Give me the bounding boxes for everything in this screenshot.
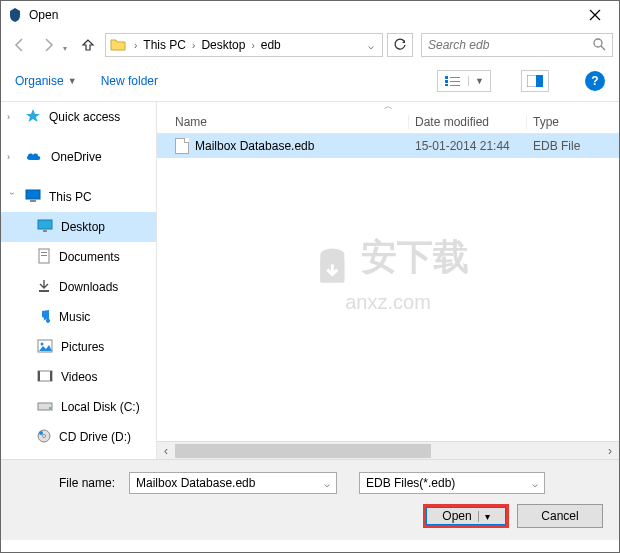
search-box[interactable]: [421, 33, 613, 57]
monitor-icon: [25, 189, 41, 206]
document-icon: [37, 248, 51, 267]
help-button[interactable]: ?: [585, 71, 605, 91]
filter-value: EDB Files(*.edb): [366, 476, 455, 490]
organise-button[interactable]: Organise ▼: [15, 74, 77, 88]
toolbar: Organise ▼ New folder ▼ ?: [1, 61, 619, 101]
sidebar-item-newvolume[interactable]: New Volume: [1, 452, 156, 459]
horizontal-scrollbar[interactable]: ‹ ›: [157, 441, 619, 459]
app-icon: [7, 7, 23, 23]
svg-rect-12: [43, 230, 47, 232]
window-title: Open: [29, 8, 575, 22]
open-split-icon[interactable]: ▾: [478, 511, 490, 522]
breadcrumb-edb[interactable]: edb: [259, 38, 283, 52]
sidebar-item-cddrive[interactable]: CD Drive (D:): [1, 422, 156, 452]
close-button[interactable]: [575, 1, 615, 29]
file-icon: [175, 138, 189, 154]
titlebar: Open: [1, 1, 619, 29]
up-button[interactable]: [75, 33, 101, 57]
svg-rect-15: [41, 255, 47, 256]
sidebar-item-onedrive[interactable]: › OneDrive: [1, 142, 156, 172]
sidebar-item-label: Videos: [61, 370, 97, 384]
sidebar-item-downloads[interactable]: Downloads: [1, 272, 156, 302]
column-headers[interactable]: Name Date modified Type: [157, 110, 619, 134]
filename-combo[interactable]: Mailbox Database.edb ⌵: [129, 472, 337, 494]
address-bar[interactable]: › This PC › Desktop › edb ⌵: [105, 33, 383, 57]
svg-rect-9: [26, 190, 40, 199]
download-icon: [37, 278, 51, 297]
scroll-right-icon[interactable]: ›: [601, 444, 619, 458]
back-button[interactable]: [7, 33, 33, 57]
col-date[interactable]: Date modified: [409, 115, 527, 129]
svg-rect-19: [38, 371, 52, 381]
search-icon: [592, 37, 606, 54]
chevron-down-icon[interactable]: ⌵: [324, 478, 330, 489]
expand-icon[interactable]: ›: [7, 152, 17, 162]
chevron-right-icon: ›: [251, 40, 254, 51]
sidebar-item-localdisk[interactable]: Local Disk (C:): [1, 392, 156, 422]
breadcrumb-thispc[interactable]: This PC: [141, 38, 188, 52]
sidebar-item-label: Downloads: [59, 280, 118, 294]
expand-icon[interactable]: ›: [7, 112, 17, 122]
svg-rect-10: [30, 200, 36, 202]
file-area: ︿ Name Date modified Type Mailbox Databa…: [156, 102, 619, 459]
sidebar-item-pictures[interactable]: Pictures: [1, 332, 156, 362]
sidebar-item-label: Local Disk (C:): [61, 400, 140, 414]
svg-rect-16: [39, 290, 49, 292]
chevron-down-icon[interactable]: ⌵: [532, 478, 538, 489]
col-name[interactable]: Name: [157, 115, 409, 129]
sidebar-item-label: Documents: [59, 250, 120, 264]
view-mode-button[interactable]: ▼: [437, 70, 491, 92]
file-row[interactable]: Mailbox Database.edb 15-01-2014 21:44 ED…: [157, 134, 619, 158]
search-input[interactable]: [428, 38, 592, 52]
filename-value: Mailbox Database.edb: [136, 476, 255, 490]
svg-rect-6: [450, 85, 460, 86]
new-folder-button[interactable]: New folder: [101, 74, 158, 88]
address-dropdown[interactable]: ⌵: [362, 40, 380, 51]
sidebar-item-music[interactable]: Music: [1, 302, 156, 332]
sidebar-item-thispc[interactable]: › This PC: [1, 182, 156, 212]
svg-point-25: [43, 434, 46, 437]
sidebar-item-quickaccess[interactable]: › Quick access: [1, 102, 156, 132]
svg-point-18: [41, 342, 44, 345]
sidebar: › Quick access › OneDrive › This PC Desk…: [1, 102, 156, 459]
sidebar-item-documents[interactable]: Documents: [1, 242, 156, 272]
sidebar-item-label: OneDrive: [51, 150, 102, 164]
col-type[interactable]: Type: [527, 115, 619, 129]
desktop-icon: [37, 219, 53, 236]
svg-point-0: [594, 39, 602, 47]
cloud-icon: [25, 150, 43, 165]
view-icon: [438, 75, 468, 87]
filetype-combo[interactable]: EDB Files(*.edb) ⌵: [359, 472, 545, 494]
svg-rect-11: [38, 220, 52, 229]
sidebar-item-label: This PC: [49, 190, 92, 204]
preview-pane-button[interactable]: [521, 70, 549, 92]
svg-rect-1: [445, 76, 448, 79]
collapse-handle[interactable]: ︿: [157, 102, 619, 110]
cancel-button[interactable]: Cancel: [517, 504, 603, 528]
svg-rect-8: [536, 75, 543, 87]
chevron-right-icon: ›: [192, 40, 195, 51]
videos-icon: [37, 370, 53, 385]
refresh-button[interactable]: [387, 33, 413, 57]
sidebar-item-desktop[interactable]: Desktop: [1, 212, 156, 242]
scroll-thumb[interactable]: [175, 444, 431, 458]
collapse-icon[interactable]: ›: [7, 192, 17, 202]
sidebar-item-label: Music: [59, 310, 90, 324]
open-button[interactable]: Open▾: [423, 504, 509, 528]
svg-rect-21: [50, 371, 52, 381]
pictures-icon: [37, 339, 53, 356]
nav-row: ▾ › This PC › Desktop › edb ⌵: [1, 29, 619, 61]
scroll-left-icon[interactable]: ‹: [157, 444, 175, 458]
file-type: EDB File: [527, 139, 619, 153]
history-dropdown[interactable]: ▾: [63, 38, 73, 53]
forward-button[interactable]: [35, 33, 61, 57]
sidebar-item-videos[interactable]: Videos: [1, 362, 156, 392]
svg-rect-4: [450, 77, 460, 78]
star-icon: [25, 108, 41, 127]
music-icon: [37, 308, 51, 327]
breadcrumb-desktop[interactable]: Desktop: [199, 38, 247, 52]
svg-rect-14: [41, 252, 47, 253]
disk-icon: [37, 400, 53, 415]
svg-rect-3: [445, 84, 448, 86]
footer: File name: Mailbox Database.edb ⌵ EDB Fi…: [1, 459, 619, 540]
